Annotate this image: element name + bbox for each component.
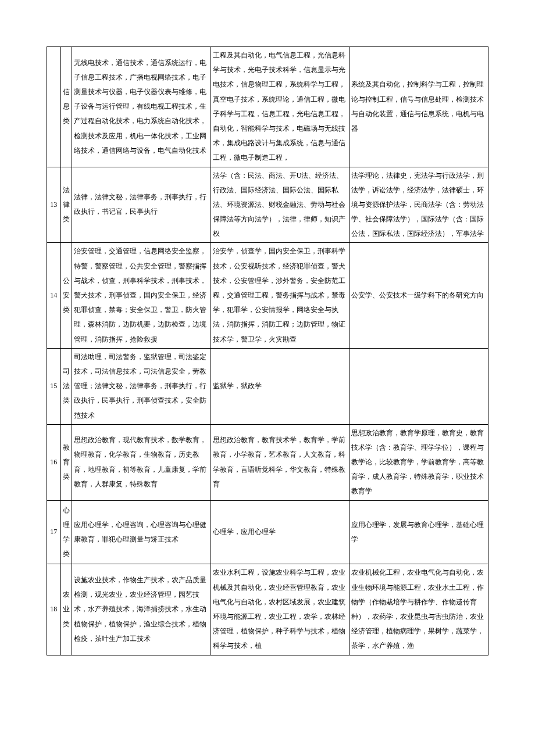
col-a: 设施农业技术，作物生产技术，农产品质量检测，观光农业，农业经济管理，园艺技术，水… (72, 564, 211, 655)
col-a: 法律，法律文秘，法律事务，刑事执行，行政执行，书记官，民事执行 (72, 167, 211, 243)
row-number: 17 (47, 500, 61, 564)
category-label: 司法类 (60, 348, 72, 424)
col-b: 法学（含：民法、商法、开U法、经济法、行政法、国际经济法、国际公法、国际私法、环… (211, 167, 349, 243)
table-row: 18农业类设施农业技术，作物生产技术，农产品质量检测，观光农业，农业经济管理，园… (47, 564, 488, 655)
col-b: 思想政治教育，教育技术学，教育学，学前教育，小学教育，艺术教育，人文教育，科学教… (211, 424, 349, 500)
category-label: 信息类 (60, 47, 72, 167)
majors-table: 信息类无线电技术，通信技术，通信系统运行，电子信息工程技术，广播电视网络技术，电… (47, 46, 488, 655)
col-a: 应用心理学，心理咨询，心理咨询与心理健康教育，罪犯心理测量与矫正技术 (72, 500, 211, 564)
col-a: 无线电技术，通信技术，通信系统运行，电子信息工程技术，广播电视网络技术，电子测量… (72, 47, 211, 167)
col-b: 治安学，侦查学，国内安全保卫，刑事科学技术，公安视听技术，经济犯罪侦查，警犬技术… (211, 243, 349, 348)
col-c: 公安学、公安技术一级学科下的各研究方向 (349, 243, 488, 348)
row-number: 16 (47, 424, 61, 500)
col-b: 农业水利工程，设施农业科学与工程，农业机械及其自动化，农业经营管理教育，农业电气… (211, 564, 349, 655)
col-b: 监狱学，狱政学 (211, 348, 349, 424)
row-number: 15 (47, 348, 61, 424)
category-label: 法律类 (60, 167, 72, 243)
table-row: 信息类无线电技术，通信技术，通信系统运行，电子信息工程技术，广播电视网络技术，电… (47, 47, 488, 167)
category-label: 教育类 (60, 424, 72, 500)
col-c: 农业机械化工程，农业电气化与自动化，农业生物环境与能源工程，农业水土工程，作物学… (349, 564, 488, 655)
category-label: 农业类 (60, 564, 72, 655)
col-a: 思想政治教育，现代教育技术，数学教育，物理教育，化学教育，生物教育，历史教育，地… (72, 424, 211, 500)
table-row: 16教育类思想政治教育，现代教育技术，数学教育，物理教育，化学教育，生物教育，历… (47, 424, 488, 500)
row-number (47, 47, 61, 167)
row-number: 18 (47, 564, 61, 655)
row-number: 14 (47, 243, 61, 348)
col-b: 心理学，应用心理学 (211, 500, 349, 564)
table-row: 15司法类司法助理，司法警务，监狱管理，司法鉴定技术，司法信息技术，司法信息安全… (47, 348, 488, 424)
category-label: 心理学类 (60, 500, 72, 564)
col-c: 法学理论，法律史，宪法学与行政法学，刑法学，诉讼法学，经济法学，法律硕士，环境与… (349, 167, 488, 243)
row-number: 13 (47, 167, 61, 243)
table-row: 14公安类治安管理，交通管理，信息网络安全监察，特警，警察管理，公共安全管理，警… (47, 243, 488, 348)
col-a: 治安管理，交通管理，信息网络安全监察，特警，警察管理，公共安全管理，警察指挥与战… (72, 243, 211, 348)
col-c: 应用心理学，发展与教育心理学，基础心理学 (349, 500, 488, 564)
table-row: 13法律类法律，法律文秘，法律事务，刑事执行，行政执行，书记官，民事执行法学（含… (47, 167, 488, 243)
col-a: 司法助理，司法警务，监狱管理，司法鉴定技术，司法信息技术，司法信息安全，劳教管理… (72, 348, 211, 424)
category-label: 公安类 (60, 243, 72, 348)
col-b: 工程及其自动化，电气信息工程，光信息科学与技术，光电子技术科学，信息显示与光电技… (211, 47, 349, 167)
col-c: 思想政治教育，教育学原理，教育史，教育技术学（含：教育学、理学学位），课程与教学… (349, 424, 488, 500)
col-c: 系统及其自动化，控制科学与工程，控制理论与控制工程，信号与信息处理，检测技术与自… (349, 47, 488, 167)
col-c (349, 348, 488, 424)
table-row: 17心理学类应用心理学，心理咨询，心理咨询与心理健康教育，罪犯心理测量与矫正技术… (47, 500, 488, 564)
